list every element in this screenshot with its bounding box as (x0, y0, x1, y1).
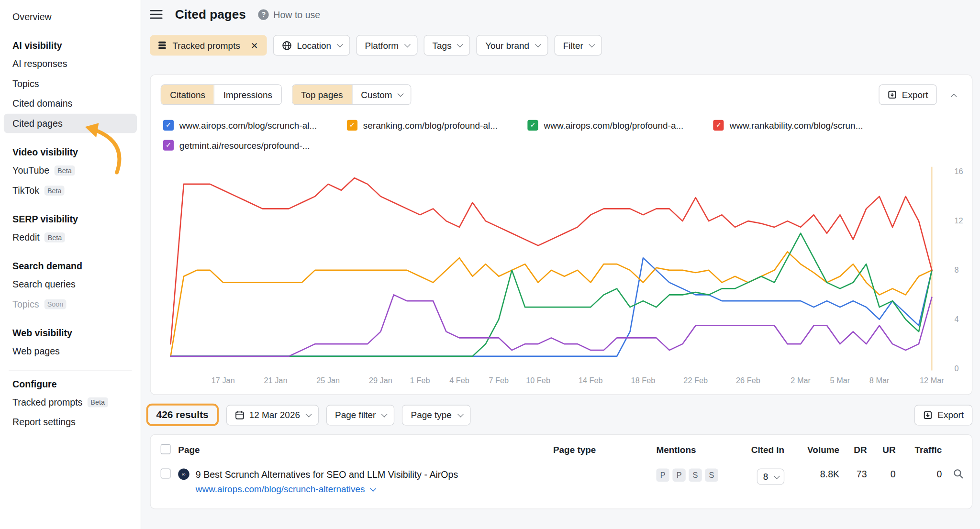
sidebar-item-report-settings[interactable]: Report settings (4, 412, 137, 431)
custom-tab[interactable]: Custom (352, 85, 411, 104)
your-brand-label: Your brand (485, 40, 529, 50)
search-icon[interactable] (953, 469, 963, 479)
column-header-cited-in[interactable]: Cited in (738, 445, 787, 455)
sidebar-item-topics-soon: Topics Soon (4, 294, 137, 313)
checkbox-checked-icon[interactable]: ✓ (163, 120, 174, 131)
page-type-label: Page type (411, 410, 452, 420)
mention-badge[interactable]: P (656, 469, 669, 482)
svg-text:26 Feb: 26 Feb (736, 376, 760, 385)
tags-dropdown[interactable]: Tags (423, 35, 470, 55)
location-label: Location (297, 40, 331, 50)
sidebar-item-label: Topics (12, 298, 39, 310)
select-all-checkbox[interactable] (161, 444, 171, 454)
sidebar-item-reddit[interactable]: Reddit Beta (4, 227, 137, 246)
chevron-down-icon (457, 41, 463, 47)
page-filter-button[interactable]: Page filter (326, 405, 395, 425)
citations-line-chart[interactable]: 048121617 Jan21 Jan25 Jan29 Jan1 Feb4 Fe… (163, 161, 966, 388)
table-export-label: Export (937, 410, 964, 420)
sidebar-item-overview[interactable]: Overview (4, 7, 137, 26)
svg-text:5 Mar: 5 Mar (830, 376, 850, 385)
page-title-text[interactable]: 9 Best Scrunch Alternatives for SEO and … (196, 469, 458, 479)
checkbox-checked-icon[interactable]: ✓ (163, 140, 174, 151)
sidebar-item-cited-pages[interactable]: Cited pages (4, 114, 137, 133)
tracked-prompts-chip[interactable]: Tracked prompts ✕ (150, 35, 267, 55)
ur-value: 0 (869, 469, 898, 479)
svg-text:8 Mar: 8 Mar (869, 376, 890, 385)
sidebar-divider (9, 371, 132, 371)
legend-item-getmint-profound[interactable]: ✓ getmint.ai/resources/profound-... (163, 140, 310, 151)
column-header-page-type[interactable]: Page type (551, 445, 654, 455)
your-brand-dropdown[interactable]: Your brand (477, 35, 548, 55)
sidebar-item-tiktok[interactable]: TikTok Beta (4, 180, 137, 199)
sidebar-item-tracked-prompts[interactable]: Tracked prompts Beta (4, 392, 137, 411)
filter-dropdown[interactable]: Filter (554, 35, 602, 55)
page-title: Cited pages (175, 7, 246, 22)
sidebar-item-youtube[interactable]: YouTube Beta (4, 161, 137, 180)
column-header-traffic[interactable]: Traffic (898, 445, 945, 455)
soon-badge: Soon (44, 299, 67, 309)
chart-export-button[interactable]: Export (879, 84, 937, 105)
svg-text:2 Mar: 2 Mar (791, 376, 811, 385)
cited-in-select[interactable]: 8 (757, 469, 785, 485)
table-export-button[interactable]: Export (914, 405, 972, 425)
sidebar-item-web-pages[interactable]: Web pages (4, 341, 137, 360)
remove-tracked-prompts-icon[interactable]: ✕ (246, 40, 259, 50)
column-header-page[interactable]: Page (176, 445, 551, 455)
column-header-dr[interactable]: DR (842, 445, 869, 455)
column-header-mentions[interactable]: Mentions (654, 445, 738, 455)
mention-badge[interactable]: P (672, 469, 685, 482)
sidebar-section-configure: Configure (12, 379, 132, 389)
citations-tab[interactable]: Citations (161, 85, 214, 104)
custom-tab-label: Custom (361, 89, 392, 99)
sidebar-item-search-queries[interactable]: Search queries (4, 274, 137, 293)
legend-item-seranking-profound[interactable]: ✓ seranking.com/blog/profound-al... (347, 120, 498, 131)
platform-label: Platform (365, 40, 399, 50)
page-header: Cited pages ? How to use (150, 0, 972, 21)
sidebar-item-ai-responses[interactable]: AI responses (4, 54, 137, 73)
page-url-link[interactable]: www.airops.com/blog/scrunch-alternatives (196, 484, 365, 494)
impressions-tab[interactable]: Impressions (214, 85, 281, 104)
column-header-ur[interactable]: UR (869, 445, 898, 455)
mention-badge[interactable]: S (689, 469, 702, 482)
results-bar: 426 results 12 Mar 2026 Page filter Page… (150, 404, 972, 426)
svg-text:16: 16 (954, 167, 963, 176)
collapse-chart-icon[interactable] (947, 85, 962, 104)
legend-item-rankability-scrunch[interactable]: ✓ www.rankability.com/blog/scrun... (713, 120, 863, 131)
beta-badge: Beta (44, 185, 65, 195)
sidebar: Overview AI visibility AI responses Topi… (0, 0, 141, 529)
row-checkbox[interactable] (161, 469, 171, 479)
chevron-down-icon (381, 411, 388, 417)
location-dropdown[interactable]: Location (273, 35, 350, 55)
sidebar-section-web-visibility: Web visibility (12, 327, 132, 338)
checkbox-checked-icon[interactable]: ✓ (347, 120, 357, 131)
row-favicon: ∞ (178, 469, 189, 480)
top-pages-tab[interactable]: Top pages (292, 85, 352, 104)
beta-badge: Beta (55, 165, 75, 175)
filter-bar: Tracked prompts ✕ Location Platform Tags (150, 35, 972, 55)
platform-dropdown[interactable]: Platform (356, 35, 417, 55)
column-header-volume[interactable]: Volume (787, 445, 842, 455)
legend-label: www.rankability.com/blog/scrun... (730, 120, 863, 130)
date-picker-button[interactable]: 12 Mar 2026 (226, 405, 319, 425)
svg-text:29 Jan: 29 Jan (369, 376, 392, 385)
how-to-use-link[interactable]: ? How to use (258, 9, 320, 20)
url-dropdown-icon[interactable] (370, 485, 376, 491)
legend-item-airops-profound[interactable]: ✓ www.airops.com/blog/profound-a... (528, 120, 684, 131)
checkbox-checked-icon[interactable]: ✓ (528, 120, 538, 131)
menu-icon[interactable] (150, 10, 162, 19)
svg-text:7 Feb: 7 Feb (489, 376, 509, 385)
sidebar-item-cited-domains[interactable]: Cited domains (4, 94, 137, 113)
sidebar-nav: Overview AI visibility AI responses Topi… (0, 7, 141, 431)
sidebar-item-topics[interactable]: Topics (4, 74, 137, 93)
beta-badge: Beta (88, 397, 108, 407)
main-content: Cited pages ? How to use Tracked prompts… (141, 0, 980, 529)
svg-text:8: 8 (954, 265, 958, 274)
tags-label: Tags (433, 40, 452, 50)
page-type-button[interactable]: Page type (402, 405, 470, 425)
mention-badge[interactable]: S (705, 469, 718, 482)
checkbox-checked-icon[interactable]: ✓ (713, 120, 724, 131)
legend-item-airops-scrunch[interactable]: ✓ www.airops.com/blog/scrunch-al... (163, 120, 317, 131)
chevron-down-icon (398, 91, 404, 97)
sidebar-section-serp-visibility: SERP visibility (12, 214, 132, 224)
svg-text:14 Feb: 14 Feb (579, 376, 603, 385)
